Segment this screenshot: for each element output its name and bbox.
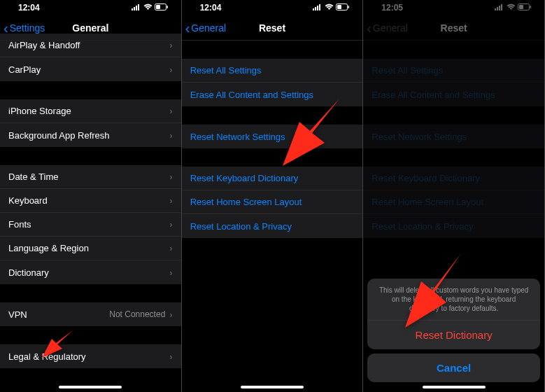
- home-indicator[interactable]: [59, 386, 122, 388]
- action-sheet: This will delete all custom words you ha…: [367, 279, 540, 386]
- sheet-message: This will delete all custom words you ha…: [367, 279, 540, 321]
- table-row[interactable]: Erase All Content and Settings: [363, 83, 544, 106]
- svg-rect-14: [495, 8, 496, 10]
- cancel-button[interactable]: Cancel: [367, 354, 540, 382]
- table-row[interactable]: Reset Home Screen Layout: [363, 190, 544, 214]
- svg-rect-5: [156, 5, 160, 9]
- battery-icon: [155, 3, 169, 13]
- phone-general: 12:04 ‹ Settings General AirPlay & Hando…: [0, 0, 182, 392]
- reset-dictionary-button[interactable]: Reset Dictionary: [367, 321, 540, 349]
- row-label: Fonts: [8, 219, 31, 230]
- chevron-right-icon: ›: [169, 243, 172, 253]
- row-label: Reset Keyboard Dictionary: [371, 173, 480, 183]
- svg-rect-0: [132, 8, 133, 10]
- row-label: VPN: [8, 309, 27, 320]
- phone-reset: 12:04 ‹ General Reset Reset All Settings…: [182, 0, 364, 392]
- row-label: Legal & Regulatory: [8, 351, 86, 362]
- table-row[interactable]: CarPlay›: [0, 57, 181, 81]
- table-row[interactable]: Reset Location & Privacy: [363, 214, 544, 238]
- svg-rect-9: [317, 6, 318, 10]
- back-label: General: [373, 22, 408, 34]
- table-row[interactable]: iPhone Storage›: [0, 99, 181, 123]
- status-time: 12:04: [194, 3, 222, 13]
- row-label: iPhone Storage: [8, 106, 71, 116]
- settings-group: Legal & Regulatory›: [0, 344, 181, 368]
- row-label: Reset Network Settings: [371, 132, 467, 142]
- status-icons: [132, 3, 169, 13]
- table-row[interactable]: VPNNot Connected›: [0, 302, 181, 326]
- table-row[interactable]: Reset Network Settings: [363, 125, 544, 148]
- signal-icon: [495, 3, 504, 13]
- table-row[interactable]: Keyboard›: [0, 189, 181, 213]
- chevron-right-icon: ›: [169, 106, 172, 116]
- row-label: Erase All Content and Settings: [190, 90, 313, 100]
- table-row[interactable]: Fonts›: [0, 213, 181, 237]
- home-indicator[interactable]: [423, 386, 486, 388]
- battery-icon: [336, 3, 350, 13]
- table-row[interactable]: Background App Refresh›: [0, 123, 181, 147]
- settings-group: VPNNot Connected›: [0, 302, 181, 326]
- table-row[interactable]: Erase All Content and Settings: [182, 83, 363, 106]
- row-detail: Not Connected: [109, 309, 165, 319]
- nav-bar: ‹ General Reset: [363, 15, 544, 41]
- svg-rect-16: [499, 6, 500, 10]
- svg-rect-7: [313, 8, 314, 10]
- svg-rect-15: [497, 7, 498, 10]
- svg-rect-3: [138, 4, 139, 10]
- chevron-right-icon: ›: [169, 130, 172, 141]
- back-label: Settings: [10, 22, 45, 34]
- chevron-left-icon: ‹: [3, 21, 8, 35]
- settings-group: Reset Keyboard DictionaryReset Home Scre…: [363, 167, 544, 238]
- chevron-right-icon: ›: [169, 309, 172, 320]
- table-row[interactable]: Reset Location & Privacy: [182, 214, 363, 238]
- chevron-right-icon: ›: [169, 172, 172, 182]
- chevron-right-icon: ›: [169, 40, 172, 50]
- svg-rect-19: [519, 5, 523, 9]
- svg-rect-8: [315, 7, 316, 10]
- chevron-right-icon: ›: [169, 195, 172, 206]
- signal-icon: [132, 3, 141, 13]
- wifi-icon: [325, 3, 334, 13]
- chevron-left-icon: ‹: [367, 21, 371, 35]
- table-row[interactable]: Date & Time›: [0, 165, 181, 189]
- status-icons: [495, 3, 532, 13]
- nav-bar: ‹ General Reset: [182, 15, 363, 41]
- signal-icon: [313, 3, 323, 13]
- table-row[interactable]: Reset Network Settings: [182, 125, 363, 148]
- back-button[interactable]: ‹ Settings: [0, 21, 45, 35]
- svg-rect-12: [337, 5, 341, 9]
- svg-rect-1: [134, 7, 135, 10]
- home-indicator[interactable]: [241, 386, 304, 388]
- chevron-right-icon: ›: [169, 64, 172, 75]
- settings-list[interactable]: Reset All SettingsErase All Content and …: [182, 41, 363, 392]
- table-row[interactable]: Reset All Settings: [363, 59, 544, 83]
- table-row[interactable]: Reset Keyboard Dictionary: [182, 167, 363, 190]
- status-time: 12:04: [13, 3, 40, 13]
- row-label: Dictionary: [8, 267, 49, 278]
- row-label: Date & Time: [8, 172, 59, 182]
- svg-rect-6: [167, 6, 168, 8]
- table-row[interactable]: Legal & Regulatory›: [0, 344, 181, 368]
- chevron-right-icon: ›: [169, 267, 172, 278]
- table-row[interactable]: Reset Home Screen Layout: [182, 190, 363, 214]
- table-row[interactable]: Reset All Settings: [182, 59, 363, 83]
- table-row[interactable]: Language & Region›: [0, 237, 181, 260]
- table-row[interactable]: Reset Keyboard Dictionary: [363, 167, 544, 190]
- settings-group: Reset All SettingsErase All Content and …: [363, 59, 544, 106]
- table-row[interactable]: Dictionary›: [0, 260, 181, 284]
- settings-group: Date & Time›Keyboard›Fonts›Language & Re…: [0, 165, 181, 284]
- row-label: Reset Home Screen Layout: [371, 197, 483, 207]
- row-label: Reset Network Settings: [190, 132, 285, 142]
- back-button: ‹ General: [363, 21, 407, 35]
- status-bar: 12:04: [0, 0, 181, 15]
- settings-group: Reset Keyboard DictionaryReset Home Scre…: [182, 167, 363, 238]
- row-label: Reset Keyboard Dictionary: [190, 173, 299, 183]
- phone-action-sheet: 12:05 ‹ General Reset Reset All Settings…: [363, 0, 545, 392]
- back-button[interactable]: ‹ General: [182, 21, 226, 35]
- row-label: Reset Location & Privacy: [190, 221, 292, 232]
- row-label: Erase All Content and Settings: [371, 90, 495, 100]
- nav-bar: ‹ Settings General: [0, 15, 181, 41]
- svg-rect-17: [501, 4, 502, 10]
- settings-list[interactable]: AirPlay & Handoff›CarPlay› iPhone Storag…: [0, 34, 181, 385]
- row-label: Language & Region: [8, 243, 89, 253]
